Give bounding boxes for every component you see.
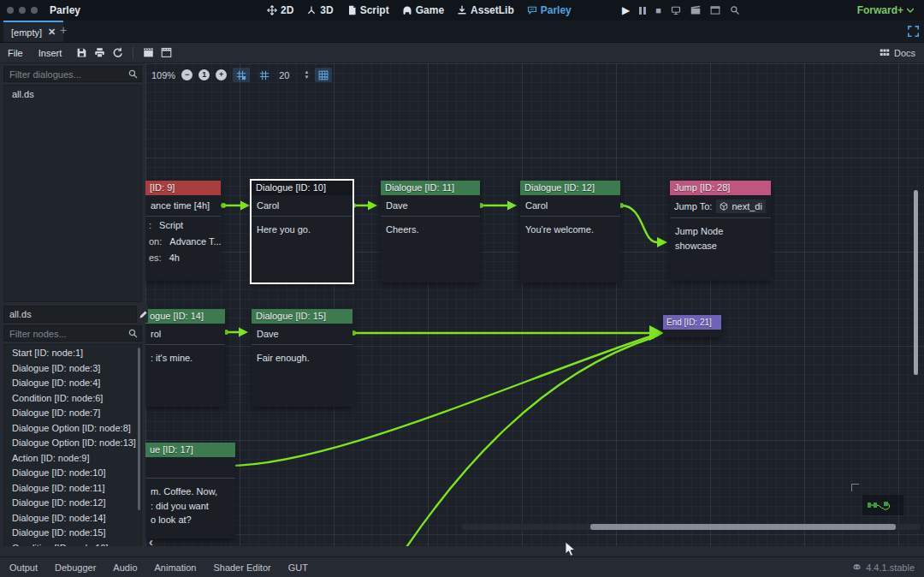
- edge-arrow: [240, 201, 250, 211]
- test-dialogue-icon[interactable]: [143, 47, 154, 58]
- node-list-item[interactable]: Dialogue Option [ID: node:13]: [4, 435, 141, 450]
- field-key: on:: [149, 236, 162, 247]
- tab-3d[interactable]: 3D: [306, 4, 333, 16]
- docs-button[interactable]: Docs: [880, 48, 915, 58]
- current-file-input[interactable]: [3, 306, 137, 323]
- filter-dialogues-input[interactable]: [3, 66, 142, 82]
- expand-panel-icon[interactable]: [908, 26, 919, 37]
- bottom-panel-debugger[interactable]: Debugger: [55, 562, 96, 573]
- node-header[interactable]: ogue [ID: 14]: [145, 309, 225, 324]
- node-header[interactable]: Jump [ID: 28]: [670, 181, 771, 195]
- node-list-item[interactable]: Dialogue Option [ID: node:8]: [4, 420, 141, 436]
- node-header[interactable]: ue [ID: 17]: [145, 443, 235, 457]
- statusbar: Output Debugger Audio Animation Shader E…: [0, 556, 924, 577]
- filter-nodes-input[interactable]: [3, 325, 142, 342]
- reset-undo-icon[interactable]: [112, 47, 123, 58]
- node-list-scrollbar[interactable]: [138, 348, 140, 510]
- bottom-panel-audio[interactable]: Audio: [113, 562, 137, 573]
- movie-writer-icon[interactable]: [710, 5, 720, 15]
- graph-minimap[interactable]: [862, 495, 903, 515]
- node-list-item[interactable]: Dialogue [ID: node:4]: [4, 375, 141, 390]
- movie-maker-icon[interactable]: [690, 5, 701, 15]
- bottom-panel-gut[interactable]: GUT: [288, 562, 308, 573]
- grid-toggle-icon[interactable]: [256, 68, 273, 82]
- node-list-item[interactable]: Condition [ID: node:6]: [4, 390, 141, 406]
- window-maximize-button[interactable]: [31, 7, 38, 14]
- tab-parley[interactable]: Parley: [527, 4, 572, 16]
- text-line: : did you want: [151, 499, 230, 514]
- tab-close-icon[interactable]: ✕: [48, 27, 56, 38]
- graph-node-dialogue-17[interactable]: ue [ID: 17] m. Coffee. Now, : did you wa…: [145, 443, 235, 538]
- node-list-item[interactable]: Dialogue [ID: node:7]: [4, 405, 141, 420]
- stop-button[interactable]: ■: [655, 5, 661, 15]
- profiler-icon[interactable]: [730, 5, 740, 15]
- node-list-item[interactable]: Dialogue [ID: node:3]: [4, 360, 141, 376]
- snap-distance-spinner[interactable]: ▲▼: [304, 70, 309, 80]
- play-button[interactable]: ▶: [622, 4, 630, 16]
- jump-target-chip[interactable]: next_di: [716, 199, 765, 213]
- graph-canvas[interactable]: 109% − 1 + 20 ▲▼ [ID: 9] ance time [4h] …: [145, 63, 924, 546]
- graph-node-dialogue-11[interactable]: Dialogue [ID: 11] Dave Cheers.: [381, 181, 480, 283]
- print-export-icon[interactable]: [94, 47, 105, 58]
- bottom-panel-shader-editor[interactable]: Shader Editor: [213, 562, 270, 573]
- insert-menu[interactable]: Insert: [31, 48, 70, 58]
- bottom-panel-animation[interactable]: Animation: [155, 562, 197, 573]
- node-speaker: Dave: [252, 324, 352, 345]
- node-list-item[interactable]: Dialogue [ID: node:14]: [4, 510, 141, 526]
- tab-2d[interactable]: 2D: [267, 4, 293, 16]
- canvas-horizontal-scrollbar[interactable]: [462, 524, 921, 530]
- node-list-item[interactable]: Dialogue [ID: node:15]: [4, 525, 141, 540]
- pause-button[interactable]: [639, 7, 646, 15]
- graph-node-dialogue-15[interactable]: Dialogue [ID: 15] Dave Fair enough.: [252, 309, 352, 407]
- node-text: You're welcome.: [520, 217, 620, 243]
- horizontal-scrollbar-thumb[interactable]: [590, 524, 896, 530]
- node-list-item[interactable]: Action [ID: node:9]: [4, 450, 141, 466]
- renderer-selector[interactable]: Forward+: [857, 0, 914, 21]
- save-icon[interactable]: [76, 47, 87, 58]
- window-close-button[interactable]: [7, 7, 14, 14]
- zoom-reset-button[interactable]: 1: [198, 69, 210, 80]
- remote-debug-icon[interactable]: [671, 5, 681, 15]
- node-list-item[interactable]: Dialogue [ID: node:12]: [4, 495, 141, 510]
- tab-script[interactable]: Script: [346, 4, 389, 16]
- dialogue-tab-active[interactable]: [empty] ✕: [3, 21, 63, 42]
- node-list-item[interactable]: Start [ID: node:1]: [4, 345, 141, 360]
- tab-add-button[interactable]: +: [60, 23, 67, 37]
- canvas-vertical-scrollbar[interactable]: [914, 190, 918, 375]
- test-dialogue-from-icon[interactable]: [161, 47, 172, 58]
- node-header[interactable]: [ID: 9]: [145, 181, 221, 195]
- minimap-toggle-icon[interactable]: [315, 68, 332, 82]
- graph-node-dialogue-10[interactable]: Dialogue [ID: 10] Carol Here you go.: [252, 181, 352, 283]
- graph-node-dialogue-14[interactable]: ogue [ID: 14] rol : it's mine.: [145, 309, 225, 407]
- node-header[interactable]: Dialogue [ID: 11]: [381, 181, 480, 195]
- node-header[interactable]: End [ID: 21]: [663, 315, 721, 330]
- field-value: Advance T...: [169, 236, 221, 247]
- edge-arrow: [368, 201, 377, 211]
- window-controls[interactable]: [7, 7, 38, 14]
- snap-distance-value[interactable]: 20: [279, 70, 289, 80]
- graph-node-dialogue-12[interactable]: Dialogue [ID: 12] Carol You're welcome.: [520, 181, 620, 283]
- script-icon: [346, 5, 357, 15]
- window-minimize-button[interactable]: [19, 7, 26, 14]
- edit-file-button[interactable]: [139, 306, 148, 323]
- zoom-in-button[interactable]: +: [216, 69, 227, 80]
- dialogue-file-item[interactable]: all.ds: [4, 86, 141, 103]
- graph-node-action-9[interactable]: [ID: 9] ance time [4h] :Script on:Advanc…: [145, 181, 221, 280]
- dialogue-file-list: all.ds: [3, 85, 142, 302]
- file-menu[interactable]: File: [0, 48, 31, 58]
- sidebar-collapse-icon[interactable]: ‹: [149, 534, 153, 549]
- app-title: Parley: [50, 4, 80, 16]
- tab-game[interactable]: Game: [402, 4, 444, 16]
- tab-assetlib[interactable]: AssetLib: [457, 4, 514, 16]
- node-header[interactable]: Dialogue [ID: 12]: [520, 181, 620, 195]
- move-2d-icon: [267, 5, 277, 15]
- node-header[interactable]: Dialogue [ID: 10]: [252, 181, 352, 195]
- snap-toggle-icon[interactable]: [233, 68, 250, 82]
- zoom-out-button[interactable]: −: [181, 69, 192, 80]
- node-list-item[interactable]: Dialogue [ID: node:11]: [4, 480, 141, 496]
- graph-node-end-21[interactable]: End [ID: 21]: [663, 315, 721, 337]
- bottom-panel-output[interactable]: Output: [9, 562, 38, 573]
- node-header[interactable]: Dialogue [ID: 15]: [252, 309, 352, 324]
- node-list-item[interactable]: Dialogue [ID: node:10]: [4, 465, 141, 480]
- graph-node-jump-28[interactable]: Jump [ID: 28] Jump To: next_di Jump Node…: [670, 181, 771, 280]
